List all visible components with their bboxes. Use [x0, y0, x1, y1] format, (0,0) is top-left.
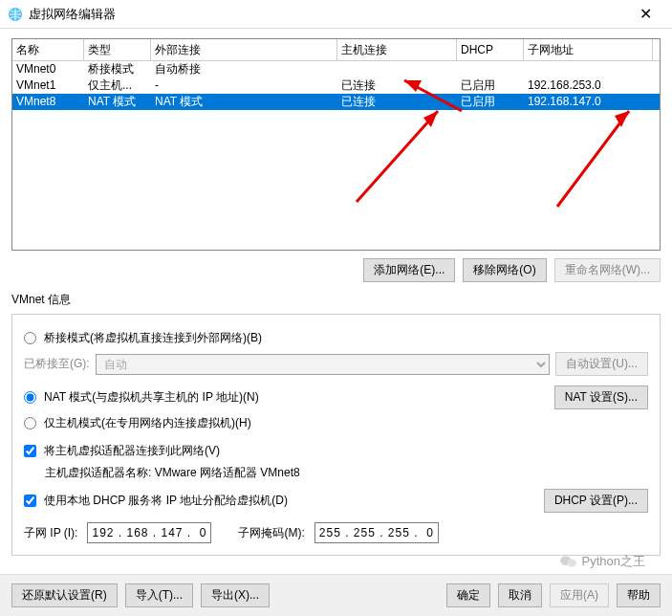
svg-line-1 — [357, 111, 438, 202]
svg-marker-2 — [423, 111, 438, 127]
dhcp-settings-button[interactable]: DHCP 设置(P)... — [544, 489, 648, 513]
col-name[interactable]: 名称 — [12, 39, 84, 60]
bridge-to-label: 已桥接至(G): — [24, 356, 90, 372]
wechat-icon — [559, 554, 578, 569]
subnet-mask-label: 子网掩码(M): — [238, 525, 304, 541]
subnet-ip-input[interactable] — [87, 522, 211, 543]
subnet-ip-label: 子网 IP (I): — [24, 525, 77, 541]
restore-defaults-button[interactable]: 还原默认设置(R) — [11, 583, 118, 607]
window-title: 虚拟网络编辑器 — [29, 6, 626, 23]
vmnet-info-label: VMnet 信息 — [11, 292, 661, 308]
bridge-label: 桥接模式(将虚拟机直接连接到外部网络)(B) — [44, 330, 262, 346]
col-host[interactable]: 主机连接 — [337, 39, 457, 60]
close-icon[interactable]: ✕ — [626, 5, 664, 23]
svg-point-8 — [567, 560, 576, 567]
apply-button: 应用(A) — [550, 583, 609, 607]
app-icon — [8, 7, 23, 22]
hostonly-label: 仅主机模式(在专用网络内连接虚拟机)(H) — [44, 415, 251, 431]
help-button[interactable]: 帮助 — [617, 583, 661, 607]
title-bar: 虚拟网络编辑器 ✕ — [0, 0, 672, 29]
table-row[interactable]: VMnet1 仅主机... - 已连接 已启用 192.168.253.0 — [12, 77, 660, 94]
export-button[interactable]: 导出(X)... — [201, 583, 270, 607]
col-dhcp[interactable]: DHCP — [457, 39, 524, 60]
col-subnet[interactable]: 子网地址 — [524, 39, 653, 60]
connect-host-checkbox[interactable] — [24, 445, 36, 457]
hostonly-radio[interactable] — [24, 417, 36, 429]
table-row[interactable]: VMnet8 NAT 模式 NAT 模式 已连接 已启用 192.168.147… — [12, 94, 660, 110]
svg-marker-6 — [615, 111, 629, 127]
use-dhcp-label: 使用本地 DHCP 服务将 IP 地址分配给虚拟机(D) — [44, 493, 288, 509]
ok-button[interactable]: 确定 — [446, 583, 490, 607]
watermark: Python之王 — [559, 553, 645, 570]
auto-settings-button: 自动设置(U)... — [555, 352, 648, 376]
col-ext[interactable]: 外部连接 — [151, 39, 337, 60]
svg-line-5 — [557, 111, 629, 207]
add-network-button[interactable]: 添加网络(E)... — [363, 258, 455, 282]
subnet-mask-input[interactable] — [314, 522, 439, 543]
annotation-arrow — [543, 97, 648, 211]
rename-network-button: 重命名网络(W)... — [554, 258, 661, 282]
table-header: 名称 类型 外部连接 主机连接 DHCP 子网地址 — [12, 39, 660, 61]
import-button[interactable]: 导入(T)... — [125, 583, 193, 607]
use-dhcp-checkbox[interactable] — [24, 495, 36, 507]
remove-network-button[interactable]: 移除网络(O) — [463, 258, 546, 282]
vmnet-info-group: 桥接模式(将虚拟机直接连接到外部网络)(B) 已桥接至(G): 自动 自动设置(… — [11, 314, 661, 556]
connect-host-label: 将主机虚拟适配器连接到此网络(V) — [44, 443, 220, 459]
dialog-footer: 还原默认设置(R) 导入(T)... 导出(X)... 确定 取消 应用(A) … — [0, 574, 672, 616]
bridge-to-select: 自动 — [96, 354, 551, 375]
nat-label: NAT 模式(与虚拟机共享主机的 IP 地址)(N) — [44, 389, 259, 406]
cancel-button[interactable]: 取消 — [498, 583, 542, 607]
annotation-arrow — [347, 97, 462, 211]
host-adapter-name: 主机虚拟适配器名称: VMware 网络适配器 VMnet8 — [45, 465, 648, 481]
nat-settings-button[interactable]: NAT 设置(S)... — [554, 385, 648, 409]
bridge-radio[interactable] — [24, 332, 36, 344]
table-row[interactable]: VMnet0 桥接模式 自动桥接 — [12, 61, 660, 77]
nat-radio[interactable] — [24, 391, 36, 404]
network-table[interactable]: 名称 类型 外部连接 主机连接 DHCP 子网地址 VMnet0 桥接模式 自动… — [11, 38, 661, 251]
col-type[interactable]: 类型 — [84, 39, 151, 60]
